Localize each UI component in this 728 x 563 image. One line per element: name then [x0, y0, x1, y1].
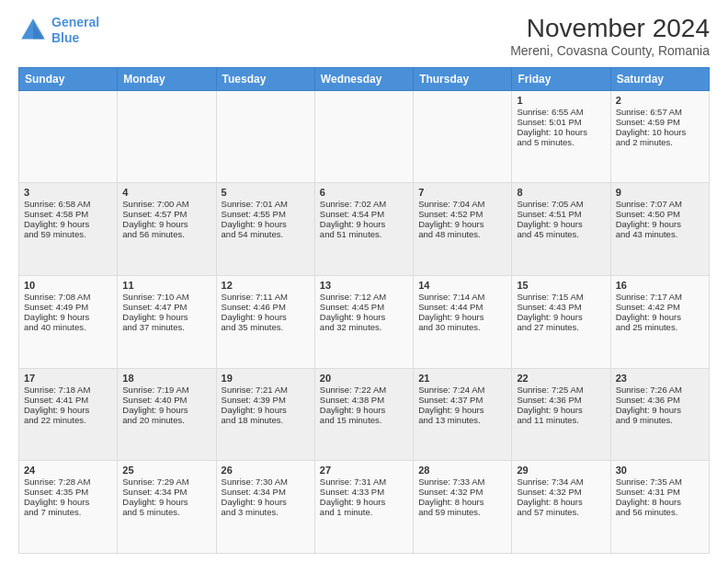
- day-info: Sunrise: 7:21 AM: [222, 385, 310, 395]
- page: General Blue November 2024 Mereni, Covas…: [0, 0, 728, 563]
- day-info: and 5 minutes.: [517, 137, 605, 147]
- calendar-cell: 9Sunrise: 7:07 AMSunset: 4:50 PMDaylight…: [610, 183, 709, 276]
- day-info: Sunset: 4:57 PM: [122, 209, 210, 219]
- calendar-cell: 28Sunrise: 7:33 AMSunset: 4:32 PMDayligh…: [414, 461, 512, 554]
- day-info: Sunrise: 7:08 AM: [24, 292, 112, 302]
- day-info: Sunrise: 7:30 AM: [222, 477, 310, 487]
- day-info: Sunrise: 7:10 AM: [122, 292, 210, 302]
- day-info: and 56 minutes.: [122, 229, 210, 239]
- calendar-cell: 17Sunrise: 7:18 AMSunset: 4:41 PMDayligh…: [19, 368, 118, 461]
- day-info: Daylight: 8 hours: [517, 497, 605, 507]
- calendar-cell: 30Sunrise: 7:35 AMSunset: 4:31 PMDayligh…: [610, 461, 709, 554]
- day-number: 28: [418, 465, 506, 476]
- day-info: Sunset: 4:51 PM: [517, 209, 605, 219]
- page-subtitle: Mereni, Covasna County, Romania: [510, 43, 710, 58]
- calendar-cell: 21Sunrise: 7:24 AMSunset: 4:37 PMDayligh…: [414, 368, 512, 461]
- day-info: Sunset: 4:59 PM: [616, 117, 704, 127]
- day-info: and 2 minutes.: [616, 137, 704, 147]
- day-number: 8: [517, 187, 605, 198]
- day-info: Daylight: 9 hours: [616, 405, 704, 415]
- day-number: 14: [418, 280, 506, 291]
- day-info: Daylight: 9 hours: [418, 312, 506, 322]
- day-info: Daylight: 9 hours: [616, 219, 704, 229]
- calendar-cell: [314, 90, 413, 183]
- page-title: November 2024: [510, 15, 710, 43]
- day-info: Daylight: 9 hours: [24, 497, 112, 507]
- day-info: Daylight: 9 hours: [122, 497, 210, 507]
- title-block: November 2024 Mereni, Covasna County, Ro…: [510, 15, 710, 58]
- day-info: Sunrise: 7:05 AM: [517, 199, 605, 209]
- calendar-week-1: 1Sunrise: 6:55 AMSunset: 5:01 PMDaylight…: [19, 90, 710, 183]
- day-number: 19: [222, 373, 310, 384]
- day-info: Sunrise: 7:34 AM: [517, 477, 605, 487]
- day-info: Sunset: 4:36 PM: [517, 395, 605, 405]
- col-wednesday: Wednesday: [314, 67, 413, 90]
- day-number: 3: [24, 187, 112, 198]
- day-info: and 40 minutes.: [24, 322, 112, 332]
- day-info: Daylight: 9 hours: [222, 497, 310, 507]
- col-thursday: Thursday: [414, 67, 512, 90]
- calendar-cell: 12Sunrise: 7:11 AMSunset: 4:46 PMDayligh…: [216, 276, 314, 369]
- calendar-cell: 26Sunrise: 7:30 AMSunset: 4:34 PMDayligh…: [216, 461, 314, 554]
- day-info: Daylight: 9 hours: [24, 312, 112, 322]
- calendar-cell: 15Sunrise: 7:15 AMSunset: 4:43 PMDayligh…: [512, 276, 610, 369]
- day-info: Sunset: 4:47 PM: [122, 302, 210, 312]
- day-info: Sunrise: 7:19 AM: [122, 385, 210, 395]
- day-info: and 25 minutes.: [616, 322, 704, 332]
- day-info: Sunset: 4:32 PM: [517, 487, 605, 497]
- calendar-cell: 29Sunrise: 7:34 AMSunset: 4:32 PMDayligh…: [512, 461, 610, 554]
- day-info: and 27 minutes.: [517, 322, 605, 332]
- calendar-week-4: 17Sunrise: 7:18 AMSunset: 4:41 PMDayligh…: [19, 368, 710, 461]
- day-info: Daylight: 9 hours: [616, 312, 704, 322]
- calendar-cell: 7Sunrise: 7:04 AMSunset: 4:52 PMDaylight…: [414, 183, 512, 276]
- day-info: Sunset: 4:44 PM: [418, 302, 506, 312]
- calendar-cell: 14Sunrise: 7:14 AMSunset: 4:44 PMDayligh…: [414, 276, 512, 369]
- day-info: Sunrise: 7:17 AM: [616, 292, 704, 302]
- day-info: and 22 minutes.: [24, 415, 112, 425]
- day-info: Sunrise: 7:02 AM: [320, 199, 408, 209]
- day-info: Daylight: 9 hours: [222, 405, 310, 415]
- calendar-cell: [118, 90, 216, 183]
- col-sunday: Sunday: [19, 67, 118, 90]
- day-info: Sunrise: 7:28 AM: [24, 477, 112, 487]
- calendar-week-5: 24Sunrise: 7:28 AMSunset: 4:35 PMDayligh…: [19, 461, 710, 554]
- day-number: 21: [418, 373, 506, 384]
- day-number: 25: [122, 465, 210, 476]
- day-info: Daylight: 9 hours: [24, 219, 112, 229]
- day-info: Sunrise: 7:04 AM: [418, 199, 506, 209]
- calendar-cell: 3Sunrise: 6:58 AMSunset: 4:58 PMDaylight…: [19, 183, 118, 276]
- logo-text: General Blue: [51, 15, 99, 46]
- day-info: Sunrise: 7:15 AM: [517, 292, 605, 302]
- day-number: 23: [616, 373, 704, 384]
- day-info: Sunset: 4:52 PM: [418, 209, 506, 219]
- day-number: 1: [517, 95, 605, 106]
- calendar-header-row: Sunday Monday Tuesday Wednesday Thursday…: [19, 67, 710, 90]
- day-number: 2: [616, 95, 704, 106]
- day-info: Sunrise: 7:00 AM: [122, 199, 210, 209]
- day-number: 18: [122, 373, 210, 384]
- logo-line1: General: [51, 15, 99, 29]
- day-number: 30: [616, 465, 704, 476]
- logo-line2: Blue: [51, 30, 79, 45]
- day-info: Sunset: 4:39 PM: [222, 395, 310, 405]
- day-info: and 7 minutes.: [24, 507, 112, 517]
- day-info: Sunset: 4:35 PM: [24, 487, 112, 497]
- day-number: 10: [24, 280, 112, 291]
- day-info: Daylight: 9 hours: [418, 405, 506, 415]
- day-info: and 37 minutes.: [122, 322, 210, 332]
- day-info: Sunset: 4:31 PM: [616, 487, 704, 497]
- day-info: Sunset: 4:55 PM: [222, 209, 310, 219]
- day-info: Sunrise: 6:55 AM: [517, 107, 605, 117]
- day-info: and 13 minutes.: [418, 415, 506, 425]
- day-number: 17: [24, 373, 112, 384]
- day-number: 27: [320, 465, 408, 476]
- day-info: Sunset: 4:32 PM: [418, 487, 506, 497]
- day-info: Sunset: 4:54 PM: [320, 209, 408, 219]
- calendar-cell: 19Sunrise: 7:21 AMSunset: 4:39 PMDayligh…: [216, 368, 314, 461]
- calendar-cell: 8Sunrise: 7:05 AMSunset: 4:51 PMDaylight…: [512, 183, 610, 276]
- day-info: and 56 minutes.: [616, 507, 704, 517]
- day-info: Daylight: 8 hours: [616, 497, 704, 507]
- logo-icon: [18, 16, 48, 45]
- day-info: and 32 minutes.: [320, 322, 408, 332]
- day-number: 11: [122, 280, 210, 291]
